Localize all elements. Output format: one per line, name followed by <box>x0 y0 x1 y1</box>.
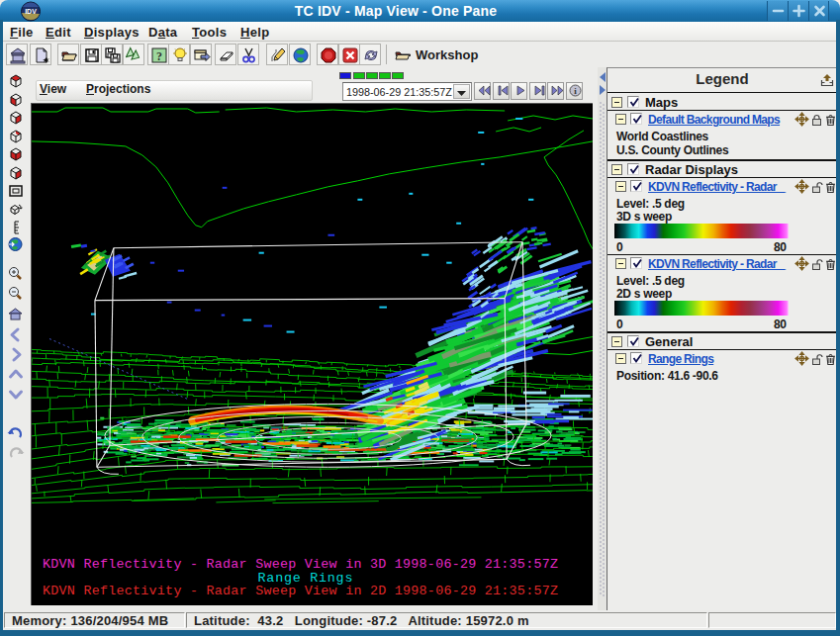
svg-text:KDVN Reflectivity - Radar Swee: KDVN Reflectivity - Radar Sweep View in … <box>43 557 558 572</box>
svg-text:KDVN Reflectivity - Radar Swee: KDVN Reflectivity - Radar Sweep View in … <box>43 584 558 598</box>
svg-text:?: ? <box>156 49 162 63</box>
